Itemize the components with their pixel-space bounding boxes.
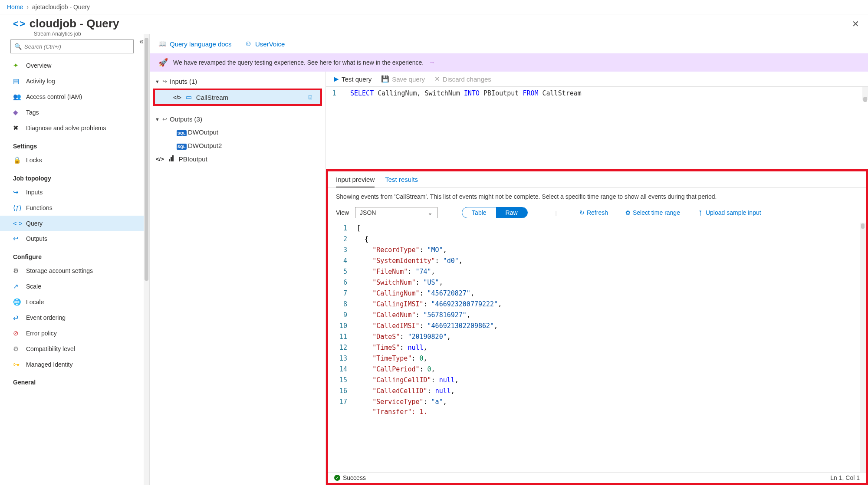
save-icon: 💾 xyxy=(381,75,389,83)
toggle-raw[interactable]: Raw xyxy=(496,207,527,218)
status-text: Success xyxy=(343,474,366,481)
sql-output-icon: SQL xyxy=(177,142,184,149)
input-callstream[interactable]: </> ▭ CallStream 🗎 xyxy=(155,90,320,104)
tab-input-preview[interactable]: Input preview xyxy=(336,176,375,187)
upload-sample-button[interactable]: ⭱ Upload sample input xyxy=(697,209,761,216)
file-icon[interactable]: 🗎 xyxy=(307,94,313,101)
select-time-range-button[interactable]: ✿ Select time range xyxy=(625,209,680,216)
breadcrumb-home[interactable]: Home xyxy=(7,3,23,10)
info-banner: 🚀 We have revamped the query testing exp… xyxy=(150,53,868,72)
scale-icon: ↗ xyxy=(13,282,23,290)
sidebar-item-compat[interactable]: ⚙Compatibility level xyxy=(0,341,144,357)
locale-icon: 🌐 xyxy=(13,298,23,306)
output-label: DWOutput2 xyxy=(188,142,222,149)
content-toolbar: 📖 Query language docs ☺ UserVoice xyxy=(150,34,868,53)
arrow-right-icon[interactable]: → xyxy=(429,59,435,66)
sidebar-item-locale[interactable]: 🌐Locale xyxy=(0,294,144,310)
sql-icon: SQL xyxy=(177,144,187,150)
query-editor[interactable]: 1 SELECT CallingNum, SwitchNum INTO PBIo… xyxy=(326,87,868,100)
close-icon[interactable]: ✕ xyxy=(852,19,859,29)
sql-icon: SQL xyxy=(177,130,187,136)
page-header: < > cloudjob - Query Stream Analytics jo… xyxy=(0,14,868,34)
sidebar-item-functions[interactable]: ⟨ƒ⟩Functions xyxy=(0,200,144,216)
sidebar-item-event-ordering[interactable]: ⇄Event ordering xyxy=(0,310,144,325)
refresh-button[interactable]: ↻ Refresh xyxy=(579,209,608,216)
sidebar-item-managed-identity[interactable]: 🗝Managed Identity xyxy=(0,357,144,372)
book-icon: 📖 xyxy=(158,40,167,48)
locks-icon: 🔒 xyxy=(13,156,23,164)
inputs-group-label: Inputs (1) xyxy=(170,78,197,85)
sidebar-item-overview[interactable]: ✦Overview xyxy=(0,58,144,73)
search-input[interactable] xyxy=(24,43,130,50)
output-type-icon xyxy=(168,155,175,163)
success-icon: ✓ xyxy=(334,475,340,481)
outputs-group[interactable]: ▼ ↩ Outputs (3) xyxy=(150,113,326,125)
sidebar-item-scale[interactable]: ↗Scale xyxy=(0,279,144,294)
rocket-icon: 🚀 xyxy=(158,58,168,67)
sidebar-item-diagnose[interactable]: ✖Diagnose and solve problems xyxy=(0,120,144,136)
tab-test-results[interactable]: Test results xyxy=(385,176,418,187)
sidebar-item-label: Error policy xyxy=(26,330,57,337)
code-icon: </> xyxy=(156,156,164,162)
uservoice-link[interactable]: ☺ UserVoice xyxy=(245,39,285,48)
line-number: 1 xyxy=(326,89,342,97)
test-query-button[interactable]: ▶ Test query xyxy=(334,75,372,83)
caret-down-icon: ▼ xyxy=(155,79,160,84)
query-toolbar: ▶ Test query 💾 Save query ✕ Discard chan… xyxy=(326,72,868,87)
sidebar-item-label: Inputs xyxy=(26,189,43,196)
json-content: [ { "RecordType": "MO", "SystemIdentity"… xyxy=(351,223,502,472)
sidebar-heading: General xyxy=(0,372,144,388)
search-icon: 🔍 xyxy=(14,43,22,50)
breadcrumb-current: ajetacloudjob - Query xyxy=(32,3,90,10)
caret-down-icon: ▼ xyxy=(155,117,160,122)
input-arrow-icon: ↪ xyxy=(162,78,167,85)
sidebar-item-error-policy[interactable]: ⊘Error policy xyxy=(0,325,144,341)
overview-icon: ✦ xyxy=(13,62,23,69)
sidebar-item-label: Locks xyxy=(26,157,42,164)
sidebar-item-label: Functions xyxy=(26,204,53,211)
banner-text: We have revamped the query testing exper… xyxy=(173,59,424,66)
functions-icon: ⟨ƒ⟩ xyxy=(13,204,23,212)
time-range-label: Select time range xyxy=(633,209,680,216)
sidebar-item-storage[interactable]: ⚙Storage account settings xyxy=(0,263,144,279)
breadcrumb-sep-icon: › xyxy=(26,3,29,10)
upload-icon: ⭱ xyxy=(697,209,704,216)
sidebar-item-label: Locale xyxy=(26,299,44,305)
output-dwoutput[interactable]: SQLDWOutput xyxy=(150,125,326,139)
sidebar-item-outputs[interactable]: ↩Outputs xyxy=(0,231,144,246)
sidebar-item-access-control[interactable]: 👥Access control (IAM) xyxy=(0,89,144,105)
sidebar-item-locks[interactable]: 🔒Locks xyxy=(0,152,144,168)
sidebar-item-label: Scale xyxy=(26,283,41,290)
sidebar: 🔍 ✦Overview▤Activity log👥Access control … xyxy=(0,34,144,485)
sidebar-item-tags[interactable]: ◆Tags xyxy=(0,105,144,120)
discard-changes-button[interactable]: ✕ Discard changes xyxy=(434,75,491,83)
save-query-button[interactable]: 💾 Save query xyxy=(381,75,425,83)
output-dwoutput2[interactable]: SQLDWOutput2 xyxy=(150,139,326,152)
io-tree-panel: ▼ ↪ Inputs (1) </> ▭ CallStream 🗎 ▼ ↩ xyxy=(150,72,326,485)
outputs-icon: ↩ xyxy=(13,235,23,243)
editor-area: ▶ Test query 💾 Save query ✕ Discard chan… xyxy=(326,72,868,485)
view-dropdown[interactable]: JSON ⌄ xyxy=(355,207,437,218)
sidebar-item-inputs[interactable]: ↪Inputs xyxy=(0,184,144,200)
output-pbioutput[interactable]: </>PBIoutput xyxy=(150,152,326,166)
collapse-sidebar-icon[interactable]: « xyxy=(139,37,144,46)
inputs-group[interactable]: ▼ ↪ Inputs (1) xyxy=(150,75,326,88)
discard-label: Discard changes xyxy=(443,76,491,83)
toggle-table[interactable]: Table xyxy=(462,207,496,218)
json-scrollbar[interactable] xyxy=(860,223,866,472)
editor-scrollbar[interactable] xyxy=(863,97,867,102)
powerbi-icon xyxy=(169,155,174,161)
table-raw-toggle: Table Raw xyxy=(462,207,527,218)
sidebar-item-label: Overview xyxy=(26,62,51,69)
json-viewer[interactable]: 1234567891011121314151617 [ { "RecordTyp… xyxy=(328,223,866,472)
sidebar-item-query[interactable]: < >Query xyxy=(0,216,144,231)
status-bar: ✓ Success Ln 1, Col 1 xyxy=(328,472,866,483)
sidebar-scrollbar[interactable] xyxy=(144,34,149,485)
code-brackets-icon: < > xyxy=(13,18,24,30)
sidebar-item-label: Access control (IAM) xyxy=(26,93,82,100)
sidebar-item-activity-log[interactable]: ▤Activity log xyxy=(0,73,144,89)
query-language-docs-link[interactable]: 📖 Query language docs xyxy=(158,40,232,48)
search-box[interactable]: 🔍 xyxy=(10,39,134,53)
sidebar-item-label: Compatibility level xyxy=(26,345,75,352)
sidebar-heading: Job topology xyxy=(0,168,144,184)
